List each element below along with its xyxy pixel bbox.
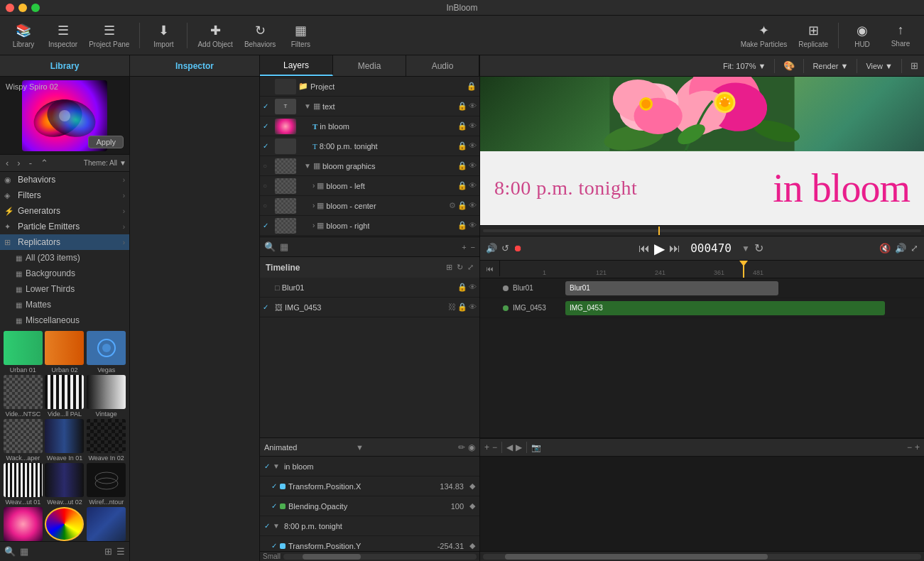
layer-bloom-left[interactable]: ○ › ▦ bloom - left 🔒 👁 (260, 176, 479, 196)
layer-action-visible-text[interactable]: 👁 (469, 102, 477, 111)
animated-pencil-btn[interactable]: ✏ (458, 442, 465, 452)
timeline-lock-blur01[interactable]: 🔒 (457, 283, 467, 292)
tab-media[interactable]: Media (333, 55, 406, 76)
grid-item-urban01[interactable]: Urban 01 (3, 331, 43, 374)
layer-bloom-center[interactable]: ○ › ▦ bloom - center ⚙ 🔒 👁 (260, 196, 479, 216)
list-layout-button[interactable]: ☰ (116, 546, 125, 557)
play-button[interactable]: ▶ (654, 240, 665, 257)
sidebar-item-generators[interactable]: ⚡ Generators › (0, 203, 129, 219)
layer-action-visible-bc[interactable]: 👁 (469, 201, 477, 210)
layer-check-bloom-left[interactable]: ○ (263, 182, 273, 190)
fullscreen-button[interactable]: ⊞ (911, 60, 918, 71)
anim-diamond-pos-x[interactable]: ◆ (469, 481, 475, 491)
grid-item-wispiro03[interactable]: Wisp...iro 03 (86, 507, 126, 541)
layer-text[interactable]: ✓ T ▼ ▦ text 🔒 👁 (260, 97, 479, 116)
dash-button[interactable]: - (26, 156, 35, 170)
anim-row-pos-x[interactable]: ✓ Transform.Position.X 134.83 ◆ (260, 476, 479, 496)
inspector-button[interactable]: ☰ Inspector (44, 18, 82, 53)
replicate-button[interactable]: ⊞ Replicate (794, 18, 832, 53)
layer-action-lock-inbloom[interactable]: 🔒 (457, 121, 467, 131)
layer-action-visible-br[interactable]: 👁 (469, 221, 477, 230)
sidebar-item-behaviors[interactable]: ◉ Behaviors › (0, 172, 129, 187)
layer-action-visible-800pm[interactable]: 👁 (469, 141, 477, 151)
timeline-scroll-track[interactable] (483, 554, 921, 560)
volume-button[interactable]: 🔊 (895, 243, 906, 254)
import-button[interactable]: ⬇ Import (146, 18, 181, 53)
grid-item-vegas[interactable]: Vegas (86, 331, 126, 374)
blur01-clip[interactable]: Blur01 (565, 281, 778, 295)
layers-search-button[interactable]: 🔍 (264, 241, 276, 252)
layer-in-bloom[interactable]: ✓ T in bloom 🔒 👁 (260, 116, 479, 136)
bloom-left-arrow[interactable]: › (312, 182, 315, 190)
anim-row-800pm-group[interactable]: ✓ ▼ 8:00 p.m. tonight (260, 516, 479, 536)
loop-end-button[interactable]: ↻ (754, 241, 763, 255)
record-button[interactable]: ⏺ (513, 243, 523, 254)
timeline-visible-blur01[interactable]: 👁 (469, 283, 477, 292)
timecode-dropdown[interactable]: ▼ (741, 244, 750, 254)
make-particles-button[interactable]: ✦ Make Particles (737, 18, 792, 53)
timeline-check-img0453[interactable]: ✓ (263, 303, 273, 311)
layer-action-lock-bl[interactable]: 🔒 (457, 181, 467, 190)
layer-action-visible-bl[interactable]: 👁 (469, 181, 477, 190)
library-button[interactable]: 📚 Library (6, 18, 41, 53)
layer-action-lock[interactable]: 🔒 (467, 82, 477, 91)
layer-action-visible-bg[interactable]: 👁 (469, 161, 477, 170)
back-button[interactable]: ‹ (3, 156, 11, 170)
grid-view-button[interactable]: ▦ (20, 546, 28, 557)
kf-zoom-out-btn[interactable]: − (907, 442, 912, 452)
subitem-all[interactable]: ▦ All (203 items) (11, 250, 129, 266)
anim-arrow-800pm[interactable]: ▼ (273, 522, 280, 530)
sidebar-item-particle-emitters[interactable]: ✦ Particle Emitters › (0, 219, 129, 234)
forward-button[interactable]: › (14, 156, 23, 170)
bloom-right-arrow[interactable]: › (312, 222, 315, 229)
maximize-button[interactable] (31, 4, 40, 12)
search-button[interactable]: 🔍 (4, 546, 16, 557)
audio-button[interactable]: 🔊 (486, 243, 497, 254)
grid-item-weavut02[interactable]: Weav...ut 02 (45, 463, 85, 506)
anim-row-inbloom-group[interactable]: ✓ ▼ in bloom (260, 457, 479, 476)
bloom-center-arrow[interactable]: › (312, 202, 315, 209)
layer-action-lock-br[interactable]: 🔒 (457, 221, 467, 230)
timeline-lock-img0453[interactable]: 🔒 (457, 303, 467, 312)
layers-minus-button[interactable]: − (471, 243, 475, 251)
layer-bloom-right[interactable]: ✓ › ▦ bloom - right 🔒 👁 (260, 216, 479, 236)
layer-check-inbloom[interactable]: ✓ (263, 122, 273, 130)
apply-button[interactable]: Apply (88, 136, 124, 148)
subitem-backgrounds[interactable]: ▦ Backgrounds (11, 266, 129, 281)
kf-add-btn[interactable]: + (484, 442, 489, 452)
anim-arrow-inbloom[interactable]: ▼ (273, 462, 280, 470)
subitem-miscellaneous[interactable]: ▦ Miscellaneous (11, 312, 129, 328)
kf-next-btn[interactable]: ▶ (516, 442, 522, 452)
expand-timeline-button[interactable]: ⤢ (911, 243, 918, 254)
timeline-loop-btn[interactable]: ↻ (457, 263, 463, 272)
layer-800pm[interactable]: ✓ T 8:00 p.m. tonight 🔒 👁 (260, 136, 479, 156)
timeline-track-img0453[interactable]: ✓ 🖼 IMG_0453 ⛓ 🔒 👁 (260, 298, 479, 317)
timeline-track-blur01[interactable]: □ Blur01 🔒 👁 (260, 278, 479, 298)
anim-row-pos-y[interactable]: ✓ Transform.Position.Y -254.31 ◆ (260, 536, 479, 551)
color-mode-button[interactable]: 🎨 (783, 60, 795, 71)
layer-project[interactable]: 📁 Project 🔒 (260, 77, 479, 97)
share-button[interactable]: ↑ Share (883, 18, 918, 53)
render-label[interactable]: Render ▼ (812, 62, 848, 70)
sidebar-item-replicators[interactable]: ⊞ Replicators › (0, 234, 129, 250)
layer-check-text[interactable]: ✓ (263, 102, 273, 110)
grid-item-wispiro01[interactable]: Wisp...iro 01 (3, 507, 43, 541)
grid-item-weave-in-02[interactable]: Weave In 02 (86, 419, 126, 462)
anim-row-opacity[interactable]: ✓ Blending.Opacity 100 ◆ (260, 496, 479, 516)
anim-diamond-pos-y[interactable]: ◆ (469, 541, 475, 550)
layer-action-lock-bc[interactable]: 🔒 (457, 201, 467, 210)
kf-remove-btn[interactable]: − (492, 442, 497, 452)
animated-dropdown[interactable]: ▼ (356, 443, 364, 452)
grid-item-urban02[interactable]: Urban 02 (45, 331, 85, 374)
preview-scrubber-track[interactable] (483, 229, 921, 232)
mute-button[interactable]: 🔇 (879, 243, 891, 254)
layer-action-visible-inbloom[interactable]: 👁 (469, 121, 477, 131)
fit-label[interactable]: Fit: 107% ▼ (723, 62, 766, 70)
layer-check-bloom-graphics[interactable]: ○ (263, 162, 273, 170)
theme-selector[interactable]: Theme: All ▼ (84, 159, 126, 167)
timeline-visible-img0453[interactable]: 👁 (469, 303, 477, 312)
subitem-lower-thirds[interactable]: ▦ Lower Thirds (11, 281, 129, 297)
layers-add-button[interactable]: + (462, 243, 466, 251)
timeline-grid-btn[interactable]: ⊞ (446, 263, 452, 272)
tab-layers[interactable]: Layers (260, 55, 333, 76)
